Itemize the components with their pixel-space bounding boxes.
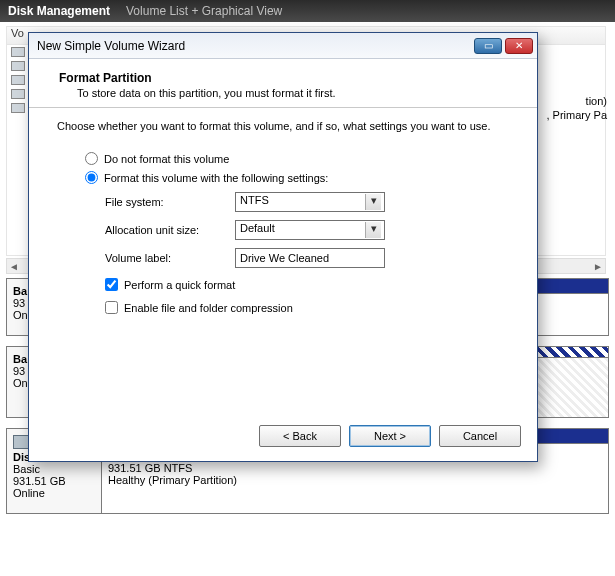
dialog-titlebar[interactable]: New Simple Volume Wizard ▭ ✕ (29, 33, 537, 59)
quick-format-label: Perform a quick format (124, 279, 235, 291)
section-subtitle: To store data on this partition, you mus… (49, 87, 517, 99)
volume-icon (11, 75, 25, 85)
section-title: Format Partition (49, 71, 517, 85)
filesystem-select[interactable]: NTFS (235, 192, 385, 212)
radio-noformat-row[interactable]: Do not format this volume (85, 152, 517, 165)
volume-icon (11, 61, 25, 71)
volume-label-row: Volume label: (105, 248, 517, 268)
dialog-title: New Simple Volume Wizard (37, 39, 185, 53)
dialog-body: Format Partition To store data on this p… (29, 59, 537, 326)
disk-type: Basic (13, 463, 95, 475)
app-title: Disk Management (8, 4, 110, 18)
wizard-dialog: New Simple Volume Wizard ▭ ✕ Format Part… (28, 32, 538, 462)
partition-size-fs: 931.51 GB NTFS (108, 462, 602, 474)
radio-format-row[interactable]: Format this volume with the following se… (85, 171, 517, 184)
maximize-button[interactable]: ▭ (474, 38, 502, 54)
background-truncated-text: tion) , Primary Pa (546, 94, 607, 122)
scroll-left-icon[interactable]: ◄ (7, 261, 21, 272)
quick-format-checkbox[interactable] (105, 278, 118, 291)
partition-health: Healthy (Primary Partition) (108, 474, 602, 486)
volume-icon (11, 47, 25, 57)
allocation-label: Allocation unit size: (105, 224, 235, 236)
dialog-button-row: < Back Next > Cancel (259, 425, 521, 447)
radio-noformat-label: Do not format this volume (104, 153, 229, 165)
instruction-text: Choose whether you want to format this v… (49, 120, 517, 146)
compression-checkbox[interactable] (105, 301, 118, 314)
app-header: Disk Management Volume List + Graphical … (0, 0, 615, 22)
scroll-right-icon[interactable]: ► (591, 261, 605, 272)
back-button[interactable]: < Back (259, 425, 341, 447)
radio-noformat[interactable] (85, 152, 98, 165)
compression-row[interactable]: Enable file and folder compression (105, 301, 517, 314)
compression-label: Enable file and folder compression (124, 302, 293, 314)
filesystem-row: File system: NTFS (105, 192, 517, 212)
next-button[interactable]: Next > (349, 425, 431, 447)
allocation-row: Allocation unit size: Default (105, 220, 517, 240)
app-subtitle: Volume List + Graphical View (126, 4, 282, 18)
disk-size: 931.51 GB (13, 475, 95, 487)
volume-label-input[interactable] (235, 248, 385, 268)
cancel-button[interactable]: Cancel (439, 425, 521, 447)
disk-status: Online (13, 487, 95, 499)
radio-format[interactable] (85, 171, 98, 184)
divider (29, 107, 537, 108)
filesystem-label: File system: (105, 196, 235, 208)
radio-format-label: Format this volume with the following se… (104, 172, 328, 184)
quick-format-row[interactable]: Perform a quick format (105, 278, 517, 291)
volume-icon (11, 103, 25, 113)
close-button[interactable]: ✕ (505, 38, 533, 54)
volume-icon (11, 89, 25, 99)
main-pane: Vo ◄► tion) , Primary Pa Ba 93 On Ba 93 … (0, 22, 615, 576)
volume-label-label: Volume label: (105, 252, 235, 264)
allocation-select[interactable]: Default (235, 220, 385, 240)
